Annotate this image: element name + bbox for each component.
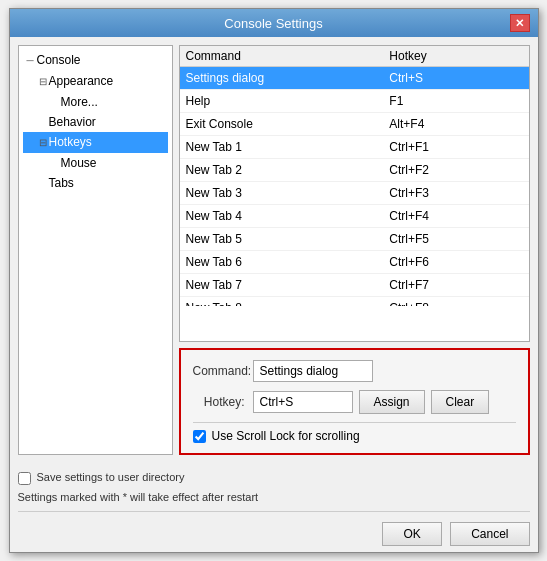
sidebar-item-more[interactable]: More... (23, 92, 168, 112)
table-row[interactable]: New Tab 3Ctrl+F3 (180, 182, 529, 205)
cell-hotkey: Ctrl+F4 (383, 205, 514, 228)
cell-spacer (515, 90, 529, 113)
sidebar: ─ Console⊟ AppearanceMore...Behavior⊟ Ho… (18, 45, 173, 455)
table-row[interactable]: New Tab 8Ctrl+F8 (180, 297, 529, 307)
cell-command: New Tab 8 (180, 297, 384, 307)
cell-command: Help (180, 90, 384, 113)
cell-spacer (515, 297, 529, 307)
tree-label-behavior: Behavior (49, 115, 96, 129)
cell-command: New Tab 6 (180, 251, 384, 274)
hotkey-row: Hotkey: Ctrl+S Assign Clear (193, 390, 516, 414)
cell-spacer (515, 159, 529, 182)
cell-spacer (515, 205, 529, 228)
table-row[interactable]: Settings dialogCtrl+S (180, 67, 529, 90)
tree-label-tabs: Tabs (49, 176, 74, 190)
cell-hotkey: Ctrl+F3 (383, 182, 514, 205)
cell-hotkey: Ctrl+F8 (383, 297, 514, 307)
col-hotkey: Hotkey (383, 46, 514, 67)
cell-spacer (515, 228, 529, 251)
table-scroll[interactable]: Command Hotkey Settings dialogCtrl+SHelp… (180, 46, 529, 306)
scroll-lock-row: Use Scroll Lock for scrolling (193, 422, 516, 443)
cell-hotkey: F1 (383, 90, 514, 113)
cell-command: New Tab 5 (180, 228, 384, 251)
save-label: Save settings to user directory (37, 471, 185, 483)
command-row: Command: Settings dialog (193, 360, 516, 382)
tree-label-appearance: Appearance (49, 74, 114, 88)
table-row[interactable]: New Tab 2Ctrl+F2 (180, 159, 529, 182)
save-row: Save settings to user directory (18, 467, 530, 489)
assign-button[interactable]: Assign (359, 390, 425, 414)
cell-hotkey: Alt+F4 (383, 113, 514, 136)
cell-command: New Tab 2 (180, 159, 384, 182)
cell-command: Settings dialog (180, 67, 384, 90)
save-checkbox[interactable] (18, 472, 31, 485)
cell-spacer (515, 182, 529, 205)
col-command: Command (180, 46, 384, 67)
table-row[interactable]: New Tab 5Ctrl+F5 (180, 228, 529, 251)
cell-hotkey: Ctrl+F7 (383, 274, 514, 297)
cell-hotkey: Ctrl+F1 (383, 136, 514, 159)
title-bar: Console Settings ✕ (10, 9, 538, 37)
tree-label-mouse: Mouse (61, 156, 97, 170)
cell-command: New Tab 3 (180, 182, 384, 205)
content-area: ─ Console⊟ AppearanceMore...Behavior⊟ Ho… (10, 37, 538, 463)
table-row[interactable]: HelpF1 (180, 90, 529, 113)
tree-label-console: Console (37, 53, 81, 67)
cell-hotkey: Ctrl+S (383, 67, 514, 90)
command-value: Settings dialog (253, 360, 373, 382)
cell-hotkey: Ctrl+F2 (383, 159, 514, 182)
hotkey-controls: Ctrl+S Assign Clear (253, 390, 490, 414)
hotkey-label: Hotkey: (193, 395, 253, 409)
hotkey-input[interactable]: Ctrl+S (253, 391, 353, 413)
footer-note: Settings marked with * will take effect … (18, 489, 530, 507)
footer-buttons: OK Cancel (10, 516, 538, 552)
cancel-button[interactable]: Cancel (450, 522, 529, 546)
sidebar-item-behavior[interactable]: Behavior (23, 112, 168, 132)
scroll-lock-checkbox[interactable] (193, 430, 206, 443)
cell-hotkey: Ctrl+F6 (383, 251, 514, 274)
table-row[interactable]: New Tab 6Ctrl+F6 (180, 251, 529, 274)
cell-spacer (515, 136, 529, 159)
cell-spacer (515, 67, 529, 90)
tree-expander-appearance: ⊟ (39, 73, 49, 91)
cell-command: New Tab 7 (180, 274, 384, 297)
close-button[interactable]: ✕ (510, 14, 530, 32)
tree-label-hotkeys: Hotkeys (49, 135, 92, 149)
clear-button[interactable]: Clear (431, 390, 490, 414)
table-row[interactable]: New Tab 7Ctrl+F7 (180, 274, 529, 297)
cell-command: Exit Console (180, 113, 384, 136)
sidebar-item-hotkeys[interactable]: ⊟ Hotkeys (23, 132, 168, 153)
table-row[interactable]: New Tab 1Ctrl+F1 (180, 136, 529, 159)
console-settings-window: Console Settings ✕ ─ Console⊟ Appearance… (9, 8, 539, 553)
window-title: Console Settings (38, 16, 510, 31)
details-box: Command: Settings dialog Hotkey: Ctrl+S … (179, 348, 530, 455)
cell-spacer (515, 113, 529, 136)
command-label: Command: (193, 364, 253, 378)
sidebar-item-appearance[interactable]: ⊟ Appearance (23, 71, 168, 92)
cell-command: New Tab 4 (180, 205, 384, 228)
table-row[interactable]: New Tab 4Ctrl+F4 (180, 205, 529, 228)
commands-table: Command Hotkey Settings dialogCtrl+SHelp… (180, 46, 529, 306)
ok-button[interactable]: OK (382, 522, 442, 546)
sidebar-item-mouse[interactable]: Mouse (23, 153, 168, 173)
table-row[interactable]: Exit ConsoleAlt+F4 (180, 113, 529, 136)
cell-hotkey: Ctrl+F5 (383, 228, 514, 251)
scroll-lock-label: Use Scroll Lock for scrolling (212, 429, 360, 443)
tree-expander-console: ─ (27, 52, 37, 70)
commands-table-wrap: Command Hotkey Settings dialogCtrl+SHelp… (179, 45, 530, 342)
cell-spacer (515, 251, 529, 274)
footer: Save settings to user directory Settings… (10, 463, 538, 516)
tree-label-more: More... (61, 95, 98, 109)
main-panel: Command Hotkey Settings dialogCtrl+SHelp… (179, 45, 530, 455)
tree-expander-hotkeys: ⊟ (39, 134, 49, 152)
sidebar-item-console[interactable]: ─ Console (23, 50, 168, 71)
cell-spacer (515, 274, 529, 297)
col-scroll-spacer (515, 46, 529, 67)
sidebar-item-tabs[interactable]: Tabs (23, 173, 168, 193)
cell-command: New Tab 1 (180, 136, 384, 159)
